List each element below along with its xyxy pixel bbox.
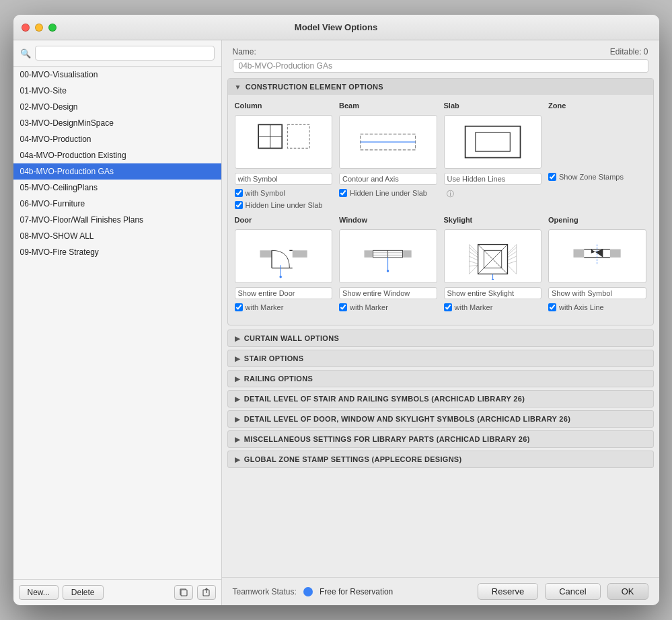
svg-point-25 [387, 270, 389, 272]
railing-header[interactable]: ▶ RAILING OPTIONS [228, 371, 653, 387]
sidebar-buttons: New... Delete [13, 579, 221, 605]
list-item-0[interactable]: 00-MVO-Visualisation [13, 67, 221, 83]
svg-rect-5 [287, 124, 309, 148]
list-item-5[interactable]: 04a-MVO-Production Existing [13, 147, 221, 163]
close-button[interactable] [22, 24, 30, 32]
window-title: Model View Options [295, 22, 377, 32]
stair-section: ▶ STAIR OPTIONS [227, 350, 654, 367]
export-icon-button[interactable] [197, 585, 216, 600]
main-header: Name: Editable: 0 [222, 40, 659, 59]
window-title: Window [339, 216, 437, 224]
list-item-2[interactable]: 02-MVO-Design [13, 99, 221, 115]
door-marker-check[interactable] [235, 303, 243, 311]
column-hidden-label: Hidden Line under Slab [246, 201, 323, 209]
zone-stamps-check[interactable] [548, 173, 556, 181]
status-dot [303, 587, 313, 596]
door-detail-header[interactable]: ▶ DETAIL LEVEL OF DOOR, WINDOW AND SKYLI… [228, 411, 653, 427]
column-title: Column [235, 102, 333, 110]
column-checkbox-symbol: with Symbol [235, 189, 333, 197]
railing-section: ▶ RAILING OPTIONS [227, 370, 654, 387]
misc-header[interactable]: ▶ MISCELLANEOUS SETTINGS FOR LIBRARY PAR… [228, 431, 653, 447]
list-item-4[interactable]: 04-MVO-Production [13, 131, 221, 147]
column-symbol-check[interactable] [235, 189, 243, 197]
window-preview [339, 229, 437, 283]
list-item-6[interactable]: 04b-MVO-Production GAs [13, 163, 221, 180]
svg-rect-42 [610, 249, 621, 257]
status-text: Free for Reservation [320, 587, 393, 596]
ok-button[interactable]: OK [607, 583, 648, 600]
new-button[interactable]: New... [19, 585, 59, 600]
curtain-wall-header[interactable]: ▶ CURTAIN WALL OPTIONS [228, 330, 653, 346]
list-item-9[interactable]: 07-MVO-Floor/Wall Finishes Plans [13, 212, 221, 228]
maximize-button[interactable] [48, 24, 57, 32]
svg-rect-19 [403, 250, 412, 258]
slab-col: Slab Use Hidden Lines [444, 102, 542, 209]
zone-col: Zone Show Zone Stamps [548, 102, 646, 209]
column-dropdown[interactable]: with Symbol [235, 173, 333, 185]
skylight-marker-label: with Marker [455, 303, 493, 311]
search-icon: 🔍 [20, 48, 31, 59]
beam-preview [339, 115, 437, 169]
svg-point-17 [279, 276, 282, 278]
main-panel: Name: Editable: 0 04b-MVO-Production GAs… [222, 40, 659, 605]
main-body: ▼ CONSTRUCTION ELEMENT OPTIONS Column [222, 78, 659, 577]
delete-button[interactable]: Delete [63, 585, 104, 600]
name-value: 04b-MVO-Production GAs [233, 59, 648, 73]
opening-title: Opening [548, 216, 646, 224]
opening-preview [548, 229, 646, 283]
door-preview [235, 229, 333, 283]
copy-icon-button[interactable] [174, 585, 193, 600]
chevron-right-icon5: ▶ [235, 416, 240, 423]
list-item-10[interactable]: 08-MVO-SHOW ALL [13, 228, 221, 244]
beam-hidden-label: Hidden Line under Slab [350, 189, 427, 197]
skylight-dropdown[interactable]: Show entire Skylight [444, 287, 542, 299]
list-item-11[interactable]: 09-MVO-Fire Strategy [13, 244, 221, 260]
chevron-right-icon6: ▶ [235, 436, 240, 443]
svg-rect-8 [465, 126, 520, 158]
skylight-col: Skylight [444, 216, 542, 311]
curtain-wall-title: CURTAIN WALL OPTIONS [244, 334, 339, 342]
stair-detail-title: DETAIL LEVEL OF STAIR AND RAILING SYMBOL… [244, 395, 525, 403]
construction-section-header[interactable]: ▼ CONSTRUCTION ELEMENT OPTIONS [228, 79, 653, 95]
beam-dropdown[interactable]: Contour and Axis [339, 173, 437, 185]
slab-dropdown[interactable]: Use Hidden Lines [444, 173, 542, 185]
curtain-wall-section: ▶ CURTAIN WALL OPTIONS [227, 330, 654, 347]
window-dropdown[interactable]: Show entire Window [339, 287, 437, 299]
chevron-right-icon4: ▶ [235, 395, 240, 403]
cancel-button[interactable]: Cancel [545, 583, 600, 600]
door-checkbox: with Marker [235, 303, 333, 311]
list-item-7[interactable]: 05-MVO-CeilingPlans [13, 180, 221, 196]
opening-axis-check[interactable] [548, 303, 556, 311]
opening-dropdown[interactable]: Show with Symbol [548, 287, 646, 299]
global-zone-header[interactable]: ▶ GLOBAL ZONE STAMP SETTINGS (APPLECORE … [228, 451, 653, 467]
list-item-1[interactable]: 01-MVO-Site [13, 83, 221, 99]
skylight-title: Skylight [444, 216, 542, 224]
svg-rect-11 [292, 250, 307, 258]
skylight-marker-check[interactable] [444, 303, 452, 311]
svg-line-27 [469, 251, 478, 258]
svg-line-34 [507, 261, 516, 264]
column-hidden-check[interactable] [235, 201, 243, 209]
global-zone-title: GLOBAL ZONE STAMP SETTINGS (APPLECORE DE… [244, 455, 462, 463]
list-item-8[interactable]: 06-MVO-Furniture [13, 196, 221, 212]
svg-point-40 [491, 278, 494, 280]
stair-title: STAIR OPTIONS [244, 354, 304, 362]
door-dropdown[interactable]: Show entire Door [235, 287, 333, 299]
reserve-button[interactable]: Reserve [478, 583, 538, 600]
stair-detail-header[interactable]: ▶ DETAIL LEVEL OF STAIR AND RAILING SYMB… [228, 391, 653, 407]
slab-preview [444, 115, 542, 169]
beam-hidden-check[interactable] [339, 189, 347, 197]
chevron-right-icon: ▶ [235, 335, 240, 342]
chevron-right-icon2: ▶ [235, 355, 240, 362]
column-symbol-label: with Symbol [246, 189, 285, 197]
svg-rect-18 [365, 250, 373, 258]
minimize-button[interactable] [35, 24, 43, 32]
opening-checkbox: with Axis Line [548, 303, 646, 311]
list-item-3[interactable]: 03-MVO-DesignMinSpace [13, 115, 221, 131]
window-marker-check[interactable] [339, 303, 347, 311]
chevron-down-icon: ▼ [235, 83, 241, 91]
main-window: Model View Options 🔍 00-MVO-Visualisatio… [13, 15, 659, 605]
search-input[interactable] [35, 46, 215, 61]
slab-info-row: ⓘ [444, 189, 542, 199]
stair-header[interactable]: ▶ STAIR OPTIONS [228, 350, 653, 366]
